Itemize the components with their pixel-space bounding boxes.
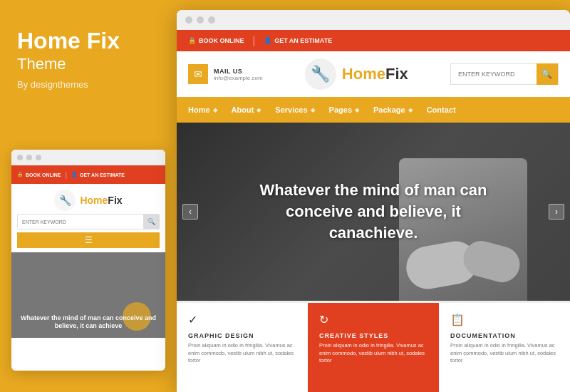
mini-logo-icon: 🔧 bbox=[54, 190, 76, 211]
lock-icon: 🔒 bbox=[188, 37, 196, 44]
card-documentation: 📋 DOCUMENTATION Proin aliquam in odio in… bbox=[439, 301, 570, 392]
package-chevron-icon: ◆ bbox=[408, 107, 413, 113]
mini-get-estimate-button[interactable]: 👤 GET AN ESTIMATE bbox=[71, 172, 125, 177]
home-chevron-icon: ◆ bbox=[213, 107, 217, 113]
main-browser: 🔒 BOOK ONLINE | 👤 GET AN ESTIMATE ✉ MAIL… bbox=[177, 10, 570, 392]
main-logo: 🔧 HomeFix bbox=[305, 58, 408, 90]
mini-browser: 🔒 BOOK ONLINE | 👤 GET AN ESTIMATE 🔧 Home… bbox=[11, 150, 165, 371]
mini-dot-3 bbox=[36, 155, 41, 160]
card-1-title: GRAPHIC DESIGN bbox=[188, 332, 296, 339]
about-chevron-icon: ◆ bbox=[256, 107, 261, 113]
mini-hero-text: Whatever the mind of man can conceive an… bbox=[19, 314, 158, 331]
main-hero: Whatever the mind of man can conceive an… bbox=[177, 123, 570, 301]
mail-section: ✉ MAIL US info@example.com bbox=[188, 64, 263, 84]
main-logo-icon: 🔧 bbox=[305, 58, 336, 90]
user-icon: 👤 bbox=[264, 37, 271, 44]
mini-title-bar bbox=[11, 150, 165, 165]
main-header: ✉ MAIL US info@example.com 🔧 HomeFix 🔍 bbox=[177, 51, 570, 97]
hero-text: Whatever the mind of man can conceive an… bbox=[245, 180, 502, 243]
card-3-title: DOCUMENTATION bbox=[450, 332, 559, 339]
mini-logo-text: HomeFix bbox=[80, 195, 122, 206]
mini-dot-1 bbox=[17, 155, 23, 160]
main-dot-1 bbox=[185, 16, 192, 24]
services-chevron-icon: ◆ bbox=[311, 107, 315, 113]
left-subtitle: Theme bbox=[17, 55, 160, 73]
mail-icon: ✉ bbox=[188, 64, 208, 84]
nav-item-pages[interactable]: Pages ◆ bbox=[329, 105, 359, 114]
main-search-button[interactable]: 🔍 bbox=[537, 63, 558, 85]
lock-icon: 🔒 bbox=[17, 172, 24, 177]
mini-logo-row: 🔧 HomeFix bbox=[17, 190, 160, 211]
nav-item-home[interactable]: Home ◆ bbox=[188, 105, 217, 114]
card-1-text: Proin aliquam in odio in fringilla. Viva… bbox=[188, 342, 296, 365]
mini-separator: | bbox=[65, 171, 67, 179]
refresh-icon: ↻ bbox=[319, 313, 428, 326]
left-panel: Home Fix Theme By designthemes 🔒 BOOK ON… bbox=[0, 0, 177, 392]
card-graphic-design: ✓ GRAPHIC DESIGN Proin aliquam in odio i… bbox=[177, 301, 308, 392]
mini-hero: Whatever the mind of man can conceive an… bbox=[11, 252, 165, 338]
cards-row: ✓ GRAPHIC DESIGN Proin aliquam in odio i… bbox=[177, 301, 570, 392]
card-2-title: CREATIVE STYLES bbox=[319, 332, 428, 339]
get-estimate-button[interactable]: 👤 GET AN ESTIMATE bbox=[264, 37, 332, 44]
nav-item-contact[interactable]: Contact bbox=[427, 105, 456, 114]
user-icon: 👤 bbox=[71, 172, 78, 177]
mini-menu-button[interactable]: ☰ bbox=[17, 232, 160, 248]
mini-book-online-button[interactable]: 🔒 BOOK ONLINE bbox=[17, 172, 61, 177]
book-online-button[interactable]: 🔒 BOOK ONLINE bbox=[188, 37, 244, 44]
hero-arrow-left-button[interactable]: ‹ bbox=[182, 204, 198, 220]
nav-item-package[interactable]: Package ◆ bbox=[373, 105, 413, 114]
main-nav: Home ◆ About ◆ Services ◆ Pages ◆ Packag… bbox=[177, 97, 570, 123]
mini-search-button[interactable]: 🔍 bbox=[143, 215, 159, 229]
mini-top-bar: 🔒 BOOK ONLINE | 👤 GET AN ESTIMATE bbox=[11, 165, 165, 184]
book-icon: 📋 bbox=[450, 313, 559, 326]
mail-info: MAIL US info@example.com bbox=[214, 68, 263, 81]
left-title: Home Fix bbox=[17, 29, 160, 53]
mail-address: info@example.com bbox=[214, 75, 263, 81]
main-dot-3 bbox=[208, 16, 215, 24]
card-3-text: Proin aliquam in odio in fringilla. Viva… bbox=[450, 342, 559, 365]
checkmark-icon: ✓ bbox=[188, 313, 296, 326]
mini-search: 🔍 bbox=[17, 214, 160, 229]
main-search-input[interactable] bbox=[451, 71, 537, 78]
main-title-bar bbox=[177, 10, 570, 30]
left-author: By designthemes bbox=[17, 79, 160, 90]
main-dot-2 bbox=[197, 16, 204, 24]
mail-label: MAIL US bbox=[214, 68, 263, 75]
mini-dot-2 bbox=[26, 155, 32, 160]
top-bar-separator: | bbox=[253, 35, 256, 46]
mini-search-input[interactable] bbox=[18, 215, 143, 229]
card-2-text: Proin aliquam in odio in fringilla. Viva… bbox=[319, 342, 428, 365]
pages-chevron-icon: ◆ bbox=[355, 107, 359, 113]
card-creative-styles: ↻ CREATIVE STYLES Proin aliquam in odio … bbox=[308, 301, 439, 392]
main-search-box: 🔍 bbox=[450, 63, 559, 85]
nav-item-about[interactable]: About ◆ bbox=[232, 105, 261, 114]
hero-arrow-right-button[interactable]: › bbox=[549, 204, 564, 220]
mini-header: 🔧 HomeFix 🔍 ☰ bbox=[11, 184, 165, 252]
main-top-bar: 🔒 BOOK ONLINE | 👤 GET AN ESTIMATE bbox=[177, 30, 570, 51]
nav-item-services[interactable]: Services ◆ bbox=[275, 105, 314, 114]
main-logo-text: HomeFix bbox=[342, 65, 408, 83]
